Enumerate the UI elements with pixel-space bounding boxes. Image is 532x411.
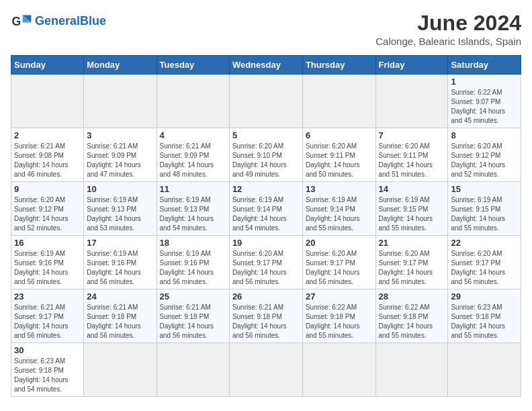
month-title: June 2024 [375, 11, 521, 36]
day-info: Sunrise: 6:20 AMSunset: 9:11 PMDaylight:… [379, 142, 445, 179]
day-number: 25 [160, 291, 226, 302]
day-cell [157, 343, 229, 397]
day-info: Sunrise: 6:22 AMSunset: 9:07 PMDaylight:… [451, 88, 518, 126]
week-row-5: 23Sunrise: 6:21 AMSunset: 9:17 PMDayligh… [11, 289, 521, 343]
day-number: 11 [160, 184, 226, 194]
svg-text:G: G [12, 15, 21, 28]
day-number: 2 [14, 130, 81, 140]
day-cell: 9Sunrise: 6:20 AMSunset: 9:12 PMDaylight… [11, 182, 84, 236]
day-cell: 20Sunrise: 6:20 AMSunset: 9:17 PMDayligh… [302, 236, 375, 289]
day-header-thursday: Thursday [302, 56, 375, 75]
day-number: 16 [14, 238, 81, 248]
day-info: Sunrise: 6:21 AMSunset: 9:18 PMDaylight:… [232, 303, 300, 340]
day-number: 19 [232, 238, 300, 248]
day-info: Sunrise: 6:21 AMSunset: 9:08 PMDaylight:… [14, 142, 81, 179]
day-number: 27 [306, 291, 373, 302]
calendar: SundayMondayTuesdayWednesdayThursdayFrid… [11, 55, 521, 397]
day-cell: 23Sunrise: 6:21 AMSunset: 9:17 PMDayligh… [11, 289, 84, 343]
day-info: Sunrise: 6:20 AMSunset: 9:17 PMDaylight:… [379, 249, 445, 287]
day-cell: 25Sunrise: 6:21 AMSunset: 9:18 PMDayligh… [157, 289, 229, 343]
day-cell: 13Sunrise: 6:19 AMSunset: 9:14 PMDayligh… [302, 182, 375, 236]
day-cell: 12Sunrise: 6:19 AMSunset: 9:14 PMDayligh… [229, 182, 302, 236]
day-cell: 2Sunrise: 6:21 AMSunset: 9:08 PMDaylight… [11, 128, 84, 182]
day-cell: 11Sunrise: 6:19 AMSunset: 9:13 PMDayligh… [157, 182, 229, 236]
day-number: 28 [379, 291, 445, 302]
day-cell [375, 75, 448, 128]
day-cell: 7Sunrise: 6:20 AMSunset: 9:11 PMDaylight… [375, 128, 448, 182]
calendar-body: 1Sunrise: 6:22 AMSunset: 9:07 PMDaylight… [11, 75, 521, 397]
day-info: Sunrise: 6:23 AMSunset: 9:18 PMDaylight:… [14, 357, 81, 394]
day-number: 10 [87, 184, 153, 194]
day-cell [448, 343, 521, 397]
day-cell: 29Sunrise: 6:23 AMSunset: 9:18 PMDayligh… [448, 289, 521, 343]
day-cell: 8Sunrise: 6:20 AMSunset: 9:12 PMDaylight… [448, 128, 521, 182]
day-number: 12 [232, 184, 300, 194]
day-info: Sunrise: 6:19 AMSunset: 9:14 PMDaylight:… [232, 195, 300, 233]
day-cell [84, 75, 157, 128]
day-info: Sunrise: 6:19 AMSunset: 9:14 PMDaylight:… [306, 195, 373, 233]
day-info: Sunrise: 6:21 AMSunset: 9:18 PMDaylight:… [160, 303, 226, 340]
day-header-saturday: Saturday [448, 56, 521, 75]
day-cell: 3Sunrise: 6:21 AMSunset: 9:09 PMDaylight… [84, 128, 157, 182]
day-number: 6 [306, 130, 373, 140]
day-number: 5 [232, 130, 300, 140]
day-cell [229, 343, 302, 397]
day-cell: 6Sunrise: 6:20 AMSunset: 9:11 PMDaylight… [302, 128, 375, 182]
day-cell: 16Sunrise: 6:19 AMSunset: 9:16 PMDayligh… [11, 236, 84, 289]
day-cell: 5Sunrise: 6:20 AMSunset: 9:10 PMDaylight… [229, 128, 302, 182]
day-cell: 10Sunrise: 6:19 AMSunset: 9:13 PMDayligh… [84, 182, 157, 236]
day-info: Sunrise: 6:20 AMSunset: 9:10 PMDaylight:… [232, 142, 300, 179]
day-number: 3 [87, 130, 153, 140]
day-cell [157, 75, 229, 128]
day-cell [302, 343, 375, 397]
day-cell: 30Sunrise: 6:23 AMSunset: 9:18 PMDayligh… [11, 343, 84, 397]
day-info: Sunrise: 6:19 AMSunset: 9:16 PMDaylight:… [160, 249, 226, 287]
day-info: Sunrise: 6:19 AMSunset: 9:15 PMDaylight:… [451, 195, 518, 233]
day-number: 22 [451, 238, 518, 248]
day-cell: 24Sunrise: 6:21 AMSunset: 9:18 PMDayligh… [84, 289, 157, 343]
day-number: 18 [160, 238, 226, 248]
day-info: Sunrise: 6:21 AMSunset: 9:09 PMDaylight:… [87, 142, 153, 179]
calendar-header: SundayMondayTuesdayWednesdayThursdayFrid… [11, 56, 521, 75]
day-header-monday: Monday [84, 56, 157, 75]
logo-text: GeneralBlue [35, 15, 106, 28]
day-header-sunday: Sunday [11, 56, 84, 75]
logo-icon: G [11, 11, 32, 32]
day-cell [375, 343, 448, 397]
logo: G GeneralBlue [11, 11, 106, 32]
day-number: 24 [87, 291, 153, 302]
day-info: Sunrise: 6:21 AMSunset: 9:18 PMDaylight:… [87, 303, 153, 340]
day-cell: 1Sunrise: 6:22 AMSunset: 9:07 PMDaylight… [448, 75, 521, 128]
week-row-1: 1Sunrise: 6:22 AMSunset: 9:07 PMDaylight… [11, 75, 521, 128]
location-title: Calonge, Balearic Islands, Spain [375, 36, 521, 47]
day-info: Sunrise: 6:19 AMSunset: 9:16 PMDaylight:… [87, 249, 153, 287]
day-cell [229, 75, 302, 128]
day-number: 20 [306, 238, 373, 248]
day-info: Sunrise: 6:22 AMSunset: 9:18 PMDaylight:… [306, 303, 373, 340]
day-cell [11, 75, 84, 128]
day-cell: 17Sunrise: 6:19 AMSunset: 9:16 PMDayligh… [84, 236, 157, 289]
day-info: Sunrise: 6:19 AMSunset: 9:13 PMDaylight:… [87, 195, 153, 233]
week-row-3: 9Sunrise: 6:20 AMSunset: 9:12 PMDaylight… [11, 182, 521, 236]
day-cell: 18Sunrise: 6:19 AMSunset: 9:16 PMDayligh… [157, 236, 229, 289]
day-number: 8 [451, 130, 518, 140]
day-cell [302, 75, 375, 128]
day-info: Sunrise: 6:22 AMSunset: 9:18 PMDaylight:… [379, 303, 445, 340]
title-area: June 2024 Calonge, Balearic Islands, Spa… [375, 11, 521, 47]
day-info: Sunrise: 6:21 AMSunset: 9:09 PMDaylight:… [160, 142, 226, 179]
day-info: Sunrise: 6:20 AMSunset: 9:12 PMDaylight:… [14, 195, 81, 233]
day-cell: 22Sunrise: 6:20 AMSunset: 9:17 PMDayligh… [448, 236, 521, 289]
day-cell: 14Sunrise: 6:19 AMSunset: 9:15 PMDayligh… [375, 182, 448, 236]
day-number: 26 [232, 291, 300, 302]
day-info: Sunrise: 6:20 AMSunset: 9:12 PMDaylight:… [451, 142, 518, 179]
day-header-wednesday: Wednesday [229, 56, 302, 75]
day-number: 1 [451, 77, 518, 87]
day-cell [84, 343, 157, 397]
header: G GeneralBlue June 2024 Calonge, Baleari… [11, 11, 521, 47]
day-number: 23 [14, 291, 81, 302]
day-cell: 27Sunrise: 6:22 AMSunset: 9:18 PMDayligh… [302, 289, 375, 343]
day-cell: 21Sunrise: 6:20 AMSunset: 9:17 PMDayligh… [375, 236, 448, 289]
week-row-2: 2Sunrise: 6:21 AMSunset: 9:08 PMDaylight… [11, 128, 521, 182]
day-header-friday: Friday [375, 56, 448, 75]
day-info: Sunrise: 6:19 AMSunset: 9:16 PMDaylight:… [14, 249, 81, 287]
